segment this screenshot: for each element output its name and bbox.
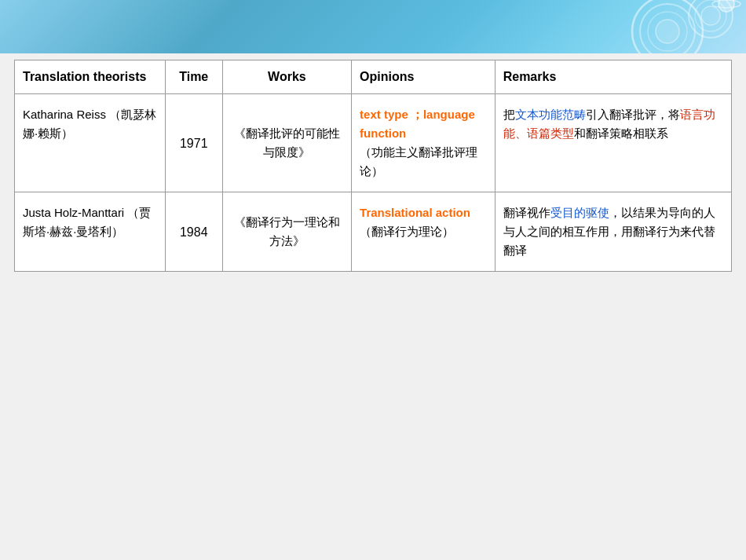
- col-header-opinions: Opinions: [352, 60, 496, 94]
- col-header-remarks: Remarks: [495, 60, 731, 94]
- remarks-cell-2: 翻译视作受目的驱使，以结果为导向的人与人之间的相互作用，用翻译行为来代替翻译: [495, 192, 731, 272]
- col-header-works: Works: [222, 60, 351, 94]
- table-row: Justa Holz-Manttari （贾斯塔·赫兹·曼塔利） 1984 《翻…: [15, 192, 732, 272]
- opinions-cell-1: text type ；language function （功能主义翻译批评理论…: [352, 94, 496, 192]
- table-header-row: Translation theorists Time Works Opinion…: [15, 60, 732, 94]
- theorist-cell-2: Justa Holz-Manttari （贾斯塔·赫兹·曼塔利）: [15, 192, 166, 272]
- opinions-highlight-2: Translational action: [360, 206, 470, 219]
- translation-table: Translation theorists Time Works Opinion…: [14, 60, 732, 272]
- opinions-highlight-1: text type ；language function: [360, 108, 475, 140]
- svg-point-3: [656, 20, 679, 43]
- time-cell-1: 1971: [165, 94, 222, 192]
- table-container: Translation theorists Time Works Opinion…: [0, 53, 746, 560]
- opinions-plain-2: （翻译行为理论）: [360, 225, 454, 238]
- remarks-cell-1: 把文本功能范畴引入翻译批评，将语言功能、语篇类型和翻译策略相联系: [495, 94, 731, 192]
- header-banner: [0, 0, 746, 53]
- theorist-cell-1: Katharina Reiss （凯瑟林娜·赖斯）: [15, 94, 166, 192]
- svg-point-7: [719, 0, 734, 12]
- table-row: Katharina Reiss （凯瑟林娜·赖斯） 1971 《翻译批评的可能性…: [15, 94, 732, 192]
- opinions-plain-1: （功能主义翻译批评理论）: [360, 145, 477, 178]
- opinions-cell-2: Translational action （翻译行为理论）: [352, 192, 496, 272]
- col-header-theorist: Translation theorists: [15, 60, 166, 94]
- time-cell-2: 1984: [165, 192, 222, 272]
- works-cell-1: 《翻译批评的可能性与限度》: [222, 94, 351, 192]
- works-cell-2: 《翻译行为一理论和方法》: [222, 192, 351, 272]
- col-header-time: Time: [165, 60, 222, 94]
- remarks-hl1-row2: 受目的驱使: [550, 206, 609, 219]
- remarks-hl1-row1: 文本功能范畴: [515, 108, 586, 121]
- decorative-circles: [573, 0, 730, 53]
- svg-point-6: [701, 6, 720, 25]
